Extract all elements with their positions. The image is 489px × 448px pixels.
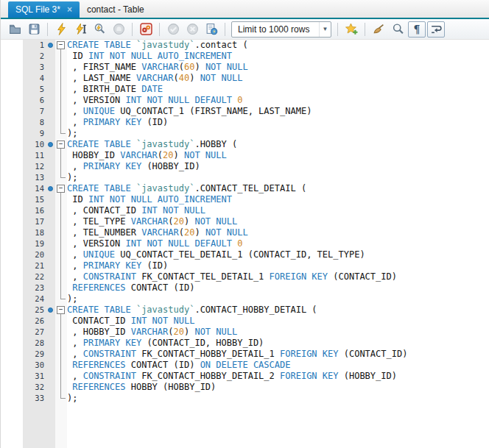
code-text: ); [67,128,77,139]
code-line: 20 , UNIQUE UQ_CONTACT_TEL_DETAIL_1 (CON… [1,249,489,260]
toolbar-separator [159,23,160,36]
statement-marker-dot [48,307,53,313]
code-text: REFERENCES HOBBY (HOBBY_ID) [67,382,216,393]
line-number: 30 [23,360,45,371]
fold-guide [55,106,67,117]
code-text: CREATE TABLE `javastudy`.CONTACT_TEL_DET… [67,183,306,194]
editor-tab-bar: SQL File 3*×contact - Table [1,0,489,19]
line-number: 12 [23,161,45,172]
beautify-script-icon[interactable] [370,21,387,38]
code-line: 16 , CONTACT_ID INT NOT NULL [1,205,489,216]
limit-rows-dropdown[interactable]: Limit to 1000 rows▼ [231,21,331,38]
save-script-icon[interactable] [25,21,43,38]
tab-contact-table[interactable]: contact - Table [80,1,152,18]
code-line: 14−CREATE TABLE `javastudy`.CONTACT_TEL_… [1,183,489,194]
tab-sql-file-3[interactable]: SQL File 3*× [8,1,80,18]
line-number: 11 [23,150,45,161]
fold-guide [55,95,67,106]
line-number: 24 [23,294,45,305]
execute-current-statement-icon[interactable] [71,21,89,38]
stop-icon [110,21,127,38]
fold-guide [55,205,67,216]
execute-script-icon[interactable] [52,21,70,38]
line-number: 8 [23,117,45,128]
tab-close-icon[interactable]: × [67,6,72,13]
code-line: 19 , VERSION INT NOT NULL DEFAULT 0 [1,238,489,249]
fold-guide [55,73,67,84]
code-text: , PRIMARY KEY (ID) [67,260,168,271]
sql-code-editor[interactable]: 1−CREATE TABLE `javastudy`.contact (2 ID… [1,40,489,448]
toggle-autocommit-icon[interactable] [203,21,220,38]
toolbar-separator [337,23,338,36]
fold-guide [55,51,67,62]
tab-label: contact - Table [87,4,144,15]
code-text: , LAST_NAME VARCHAR(40) NOT NULL [67,73,242,84]
fold-guide [55,260,67,271]
limit-rows-value: Limit to 1000 rows [232,24,319,35]
fold-guide [55,194,67,205]
code-text: CONTACT_ID INT NOT NULL [67,316,194,327]
find-icon[interactable] [389,21,407,38]
code-line: 23 REFERENCES CONTACT (ID) [1,282,489,294]
code-text: ID INT NOT NULL AUTO_INCREMENT [67,194,232,205]
code-line: 26 CONTACT_ID INT NOT NULL [1,316,489,327]
explain-plan-icon[interactable] [91,21,108,38]
line-number: 20 [23,249,45,260]
fold-collapse-icon[interactable]: − [55,139,67,150]
line-number: 21 [23,260,45,271]
toolbar-separator [132,23,133,36]
code-line: 33); [1,393,489,404]
fold-collapse-icon[interactable]: − [55,40,67,51]
chevron-down-icon[interactable]: ▼ [319,22,331,37]
fold-collapse-icon[interactable]: − [55,305,67,316]
fold-guide [55,338,67,349]
fold-guide [55,327,67,338]
code-text: , CONSTRAINT FK_CONTACT_TEL_DETAIL_1 FOR… [67,271,397,282]
fold-guide [55,238,67,249]
code-text: , UNIQUE UQ_CONTACT_1 (FIRST_NAME, LAST_… [67,106,312,117]
line-number: 26 [23,316,45,327]
fold-guide [55,128,67,139]
code-line: 13); [1,172,489,183]
fold-guide [55,227,67,238]
fold-guide [55,371,67,382]
wrap-text-icon[interactable] [427,21,445,38]
fold-guide [55,360,67,371]
line-number: 2 [23,51,45,62]
code-line: 24); [1,294,489,305]
line-number: 32 [23,382,45,393]
fold-guide [55,282,67,294]
code-line: 1−CREATE TABLE `javastudy`.contact ( [1,40,489,51]
new-snippet-icon[interactable] [342,21,360,38]
stop-on-error-icon[interactable] [137,21,155,38]
code-line: 8 , PRIMARY KEY (ID) [1,117,489,128]
line-number: 16 [23,205,45,216]
fold-guide [55,216,67,227]
line-number: 29 [23,349,45,360]
invisible-chars-icon[interactable]: ¶ [408,21,426,38]
statement-marker-dot [48,142,53,147]
code-text: , VERSION INT NOT NULL DEFAULT 0 [67,238,242,249]
line-number: 4 [23,73,45,84]
code-text: , VERSION INT NOT NULL DEFAULT 0 [67,95,242,106]
code-line: 29 , CONSTRAINT FK_CONTACT_HOBBY_DETAIL_… [1,349,489,360]
code-line: 31 , CONSTRAINT FK_CONTACT_HOBBY_DETAIL_… [1,371,489,382]
code-text: CREATE TABLE `javastudy`.contact ( [67,40,248,51]
line-number: 18 [23,227,45,238]
fold-guide [55,249,67,260]
code-text: CREATE TABLE `javastudy`.HOBBY ( [67,139,237,150]
code-text: , UNIQUE UQ_CONTACT_TEL_DETAIL_1 (CONTAC… [67,249,365,260]
line-number: 19 [23,238,45,249]
code-line: 22 , CONSTRAINT FK_CONTACT_TEL_DETAIL_1 … [1,271,489,282]
fold-collapse-icon[interactable]: − [55,183,67,194]
fold-guide [55,161,67,172]
open-script-icon[interactable] [6,21,24,38]
code-text: , PRIMARY KEY (ID) [67,117,168,128]
fold-guide [55,271,67,282]
line-number: 27 [23,327,45,338]
code-text: ID INT NOT NULL AUTO_INCREMENT [67,51,232,62]
line-number: 3 [23,62,45,73]
code-line: 32 REFERENCES HOBBY (HOBBY_ID) [1,382,489,393]
sql-editor-toolbar: Limit to 1000 rows▼¶ [1,19,489,40]
code-line: 15 ID INT NOT NULL AUTO_INCREMENT [1,194,489,205]
